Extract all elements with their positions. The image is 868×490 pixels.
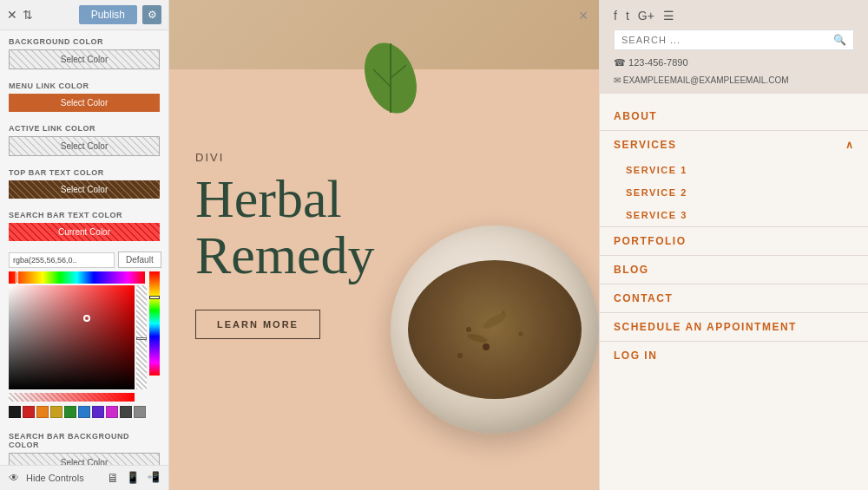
nav-label-schedule: SCHEDULE AN APPOINTMENT <box>614 321 797 333</box>
search-bar-text-color-label: SEARCH BAR TEXT COLOR <box>9 211 160 219</box>
nav-sub-item-service1[interactable]: SERVICE 1 <box>600 159 868 181</box>
nav-item-services[interactable]: SERVICES ∧ <box>600 131 868 159</box>
panel-content: BACKGROUND COLOR Select Color MENU LINK … <box>0 30 168 465</box>
left-panel: ✕ ⇅ Publish ⚙ BACKGROUND COLOR Select Co… <box>0 0 169 490</box>
rss-icon[interactable]: ☰ <box>663 9 674 23</box>
top-bar-text-color-button[interactable]: Select Color <box>9 180 160 199</box>
background-color-label: BACKGROUND COLOR <box>9 37 160 46</box>
nav-label-portfolio: PORTFOLIO <box>614 235 687 247</box>
search-bar-text-color-button[interactable]: Current Color <box>9 223 160 241</box>
hue-slider[interactable] <box>149 271 160 376</box>
nav-item-login[interactable]: LOG IN <box>600 342 868 369</box>
saturation-box[interactable] <box>9 285 135 389</box>
nav-sub-item-service2[interactable]: SERVICE 2 <box>600 181 868 204</box>
close-icon[interactable]: ✕ <box>7 8 17 22</box>
swatch-black[interactable] <box>9 406 21 418</box>
menu-link-color-section: MENU LINK COLOR Select Color <box>0 75 168 117</box>
nav-sub-label-service3: SERVICE 3 <box>626 210 687 220</box>
sort-icon[interactable]: ⇅ <box>23 8 33 22</box>
top-bar: ✕ ⇅ Publish ⚙ <box>0 0 168 30</box>
hue-strip[interactable] <box>9 271 145 284</box>
nav-label-contact: CONTACT <box>614 292 673 304</box>
view-icons: 🖥 📱 📲 <box>107 471 160 485</box>
picker-cursor <box>83 315 90 322</box>
chevron-up-icon: ∧ <box>845 139 855 151</box>
svg-point-9 <box>482 310 509 331</box>
color-picker[interactable] <box>9 271 160 418</box>
default-button[interactable]: Default <box>118 252 161 268</box>
active-link-color-button[interactable]: Select Color <box>9 136 160 156</box>
swatch-red[interactable] <box>23 406 35 418</box>
nav-item-portfolio[interactable]: PORTFOLIO <box>600 227 868 255</box>
swatch-green[interactable] <box>64 406 76 418</box>
eye-icon: 👁 <box>9 472 19 484</box>
tablet-icon[interactable]: 📱 <box>126 471 140 485</box>
right-panel: f t G+ ☰ 🔍 ☎ 123-456-7890 ✉ EXAMPLEEMAIL… <box>599 0 868 490</box>
learn-more-button[interactable]: LEARN MORE <box>195 310 320 339</box>
color-swatches <box>9 406 160 418</box>
herb-bowl-image <box>365 52 599 451</box>
search-input[interactable] <box>621 35 833 45</box>
social-icons-row: f t G+ ☰ <box>614 9 854 23</box>
phone-text: ☎ 123-456-7890 <box>614 57 688 69</box>
svg-point-6 <box>483 343 490 350</box>
mobile-icon[interactable]: 📲 <box>147 471 160 485</box>
svg-point-7 <box>519 332 523 336</box>
background-color-section: BACKGROUND COLOR Select Color <box>0 30 168 75</box>
googleplus-icon[interactable]: G+ <box>638 9 654 23</box>
publish-button[interactable]: Publish <box>79 5 137 24</box>
herb-speckles <box>399 252 590 408</box>
alpha-indicator <box>136 337 147 340</box>
facebook-icon[interactable]: f <box>614 9 617 23</box>
color-value-row: Default <box>0 252 168 268</box>
search-icon: 🔍 <box>833 34 846 46</box>
gear-button[interactable]: ⚙ <box>142 5 161 24</box>
top-bar-text-color-section: TOP BAR TEXT COLOR Select Color <box>0 161 168 204</box>
active-link-color-label: ACTIVE LINK COLOR <box>9 124 160 133</box>
alpha-slider-v[interactable] <box>136 285 147 389</box>
bottom-bar: 👁 Hide Controls 🖥 📱 📲 <box>0 465 168 490</box>
search-bar-text-color-section: SEARCH BAR TEXT COLOR Current Color <box>0 204 168 246</box>
swatch-blue[interactable] <box>78 406 90 418</box>
desktop-icon[interactable]: 🖥 <box>107 471 119 485</box>
close-panel-button[interactable]: × <box>575 7 592 24</box>
vertical-sliders <box>136 285 147 389</box>
swatch-gray[interactable] <box>134 406 146 418</box>
nav-item-about[interactable]: ABOUT <box>600 102 868 130</box>
right-top-section: f t G+ ☰ 🔍 ☎ 123-456-7890 ✉ EXAMPLEEMAIL… <box>600 0 868 94</box>
nav-sub-item-service3[interactable]: SERVICE 3 <box>600 204 868 226</box>
hide-controls-label[interactable]: Hide Controls <box>26 473 84 483</box>
nav-label-blog: BLOG <box>614 264 649 276</box>
svg-point-8 <box>457 353 463 358</box>
swatch-pink[interactable] <box>106 406 118 418</box>
nav-item-schedule[interactable]: SCHEDULE AN APPOINTMENT <box>600 313 868 341</box>
swatch-purple[interactable] <box>92 406 104 418</box>
email-row: ✉ EXAMPLEEMAIL@EXAMPLEEMAIL.COM <box>614 75 854 85</box>
alpha-slider-h[interactable] <box>9 393 135 402</box>
menu-link-color-button[interactable]: Select Color <box>9 94 160 112</box>
search-bar[interactable]: 🔍 <box>614 29 854 50</box>
center-area: × DIVI HerbalRemedy LEARN MORE <box>169 0 599 490</box>
nav-label-login: LOG IN <box>614 350 657 362</box>
active-link-color-section: ACTIVE LINK COLOR Select Color <box>0 117 168 161</box>
svg-point-4 <box>466 327 471 332</box>
phone-row: ☎ 123-456-7890 <box>614 57 854 69</box>
background-color-button[interactable]: Select Color <box>9 49 160 69</box>
color-value-input[interactable] <box>9 252 115 268</box>
search-bar-bg-label: SEARCH BAR BACKGROUND COLOR <box>9 432 160 449</box>
email-text: ✉ EXAMPLEEMAIL@EXAMPLEEMAIL.COM <box>614 75 789 85</box>
nav-sub-label-service1: SERVICE 1 <box>626 165 687 175</box>
svg-point-10 <box>466 332 488 344</box>
nav-item-contact[interactable]: CONTACT <box>600 284 868 312</box>
twitter-icon[interactable]: t <box>626 9 629 23</box>
search-bar-bg-button[interactable]: Select Color <box>9 453 160 465</box>
swatch-yellow[interactable] <box>50 406 62 418</box>
swatch-darkgray[interactable] <box>120 406 132 418</box>
swatch-orange[interactable] <box>36 406 49 418</box>
nav-sub-label-service2: SERVICE 2 <box>626 187 687 198</box>
menu-link-color-label: MENU LINK COLOR <box>9 82 160 90</box>
top-bar-text-color-label: TOP BAR TEXT COLOR <box>9 168 160 177</box>
nav-item-blog[interactable]: BLOG <box>600 256 868 284</box>
hue-indicator <box>149 296 160 299</box>
navigation-section: ABOUT SERVICES ∧ SERVICE 1 SERVICE 2 SER… <box>600 94 868 378</box>
